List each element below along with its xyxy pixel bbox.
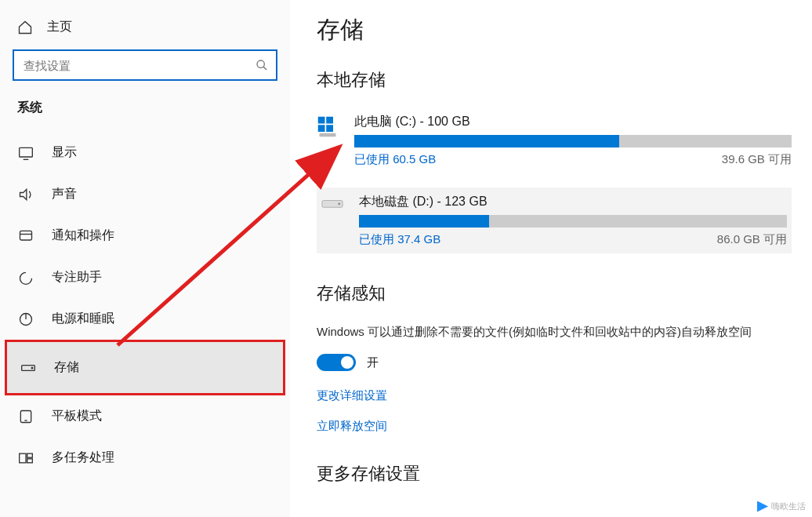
svg-rect-14 (27, 453, 33, 457)
change-details-link[interactable]: 更改详细设置 (317, 388, 792, 403)
watermark: 嗨欧生活 (757, 501, 806, 512)
search-input-container[interactable] (13, 49, 277, 81)
svg-rect-15 (27, 458, 33, 462)
watermark-icon (757, 501, 768, 512)
notification-icon (17, 228, 34, 244)
sidebar-item-display[interactable]: 显示 (0, 132, 290, 173)
disk-usage-bar (359, 215, 787, 228)
disk-usage-bar (354, 135, 792, 147)
free-space-link[interactable]: 立即释放空间 (317, 419, 792, 434)
disk-used-label: 已使用 60.5 GB (354, 152, 436, 167)
svg-rect-20 (320, 133, 336, 137)
local-storage-heading: 本地存储 (317, 68, 792, 92)
sidebar-item-focus[interactable]: 专注助手 (0, 257, 290, 298)
sidebar-section-title: 系统 (0, 100, 290, 132)
sidebar-item-label: 多任务处理 (52, 450, 114, 466)
storage-sense-heading: 存储感知 (317, 282, 792, 305)
sidebar-item-label: 声音 (52, 186, 77, 202)
search-icon (256, 59, 268, 71)
focus-icon (17, 270, 34, 286)
home-label: 主页 (47, 19, 72, 35)
watermark-text: 嗨欧生活 (771, 501, 806, 512)
sidebar-item-label: 专注助手 (52, 269, 102, 286)
windows-drive-icon (317, 114, 342, 167)
sidebar-item-label: 电源和睡眠 (52, 311, 114, 327)
sidebar-item-power[interactable]: 电源和睡眠 (0, 298, 290, 340)
storage-sense-desc: Windows 可以通过删除不需要的文件(例如临时文件和回收站中的内容)自动释放… (317, 322, 792, 341)
sidebar: 主页 系统 显示 声音 通知 (0, 0, 290, 517)
disk-title: 此电脑 (C:) - 100 GB (354, 114, 792, 130)
sidebar-item-label: 存储 (54, 359, 79, 376)
svg-rect-16 (318, 117, 325, 124)
storage-icon (20, 360, 37, 376)
sidebar-item-label: 平板模式 (52, 408, 102, 424)
display-icon (17, 145, 34, 161)
home-link[interactable]: 主页 (0, 14, 290, 49)
sidebar-item-label: 显示 (52, 144, 77, 161)
svg-rect-17 (326, 117, 333, 124)
sidebar-item-notifications[interactable]: 通知和操作 (0, 215, 290, 257)
multitask-icon (17, 450, 34, 466)
home-icon (17, 20, 33, 35)
disk-free-label: 39.6 GB 可用 (722, 152, 792, 167)
main-content: 存储 本地存储 此电脑 (C:) - 100 GB 已使用 60.5 GB 39… (290, 0, 812, 517)
disk-used-label: 已使用 37.4 GB (359, 232, 440, 247)
sound-icon (17, 187, 34, 202)
sidebar-item-tablet[interactable]: 平板模式 (0, 395, 290, 437)
svg-rect-5 (20, 231, 32, 240)
hdd-drive-icon (321, 194, 346, 247)
svg-rect-18 (318, 125, 325, 132)
svg-rect-19 (326, 125, 333, 132)
disk-title: 本地磁盘 (D:) - 123 GB (359, 194, 787, 210)
search-input[interactable] (24, 59, 256, 72)
sidebar-item-sound[interactable]: 声音 (0, 173, 290, 215)
svg-marker-4 (20, 189, 27, 199)
svg-rect-13 (20, 453, 26, 463)
svg-point-0 (257, 60, 264, 67)
svg-point-22 (338, 203, 340, 206)
more-storage-heading: 更多存储设置 (317, 462, 792, 486)
sidebar-item-multitask[interactable]: 多任务处理 (0, 437, 290, 479)
sidebar-item-label: 通知和操作 (52, 228, 114, 244)
toggle-label: 开 (367, 355, 379, 370)
svg-point-10 (31, 367, 33, 369)
power-icon (17, 311, 34, 327)
tablet-icon (17, 409, 34, 424)
sidebar-item-storage[interactable]: 存储 (5, 340, 285, 395)
svg-line-1 (263, 67, 266, 70)
svg-rect-2 (20, 147, 33, 157)
disk-row-c[interactable]: 此电脑 (C:) - 100 GB 已使用 60.5 GB 39.6 GB 可用 (317, 109, 792, 172)
storage-sense-toggle[interactable] (317, 354, 356, 371)
disk-free-label: 86.0 GB 可用 (717, 232, 787, 247)
page-title: 存储 (317, 14, 792, 46)
disk-row-d[interactable]: 本地磁盘 (D:) - 123 GB 已使用 37.4 GB 86.0 GB 可… (317, 188, 792, 253)
